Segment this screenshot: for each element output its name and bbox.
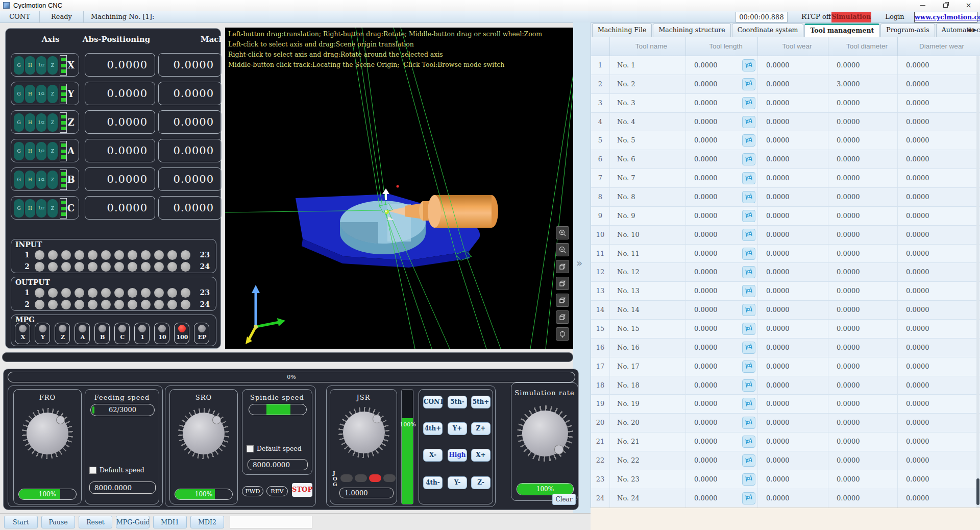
jog-step-input[interactable]: 1.0000 — [339, 488, 394, 498]
axis-mode-button-1/2[interactable]: 1/2 — [36, 199, 46, 218]
table-row[interactable]: 15No. 150.00000.00000.00000.0000 — [591, 320, 980, 339]
table-row[interactable]: 13No. 130.00000.00000.00000.0000 — [591, 282, 980, 301]
table-row[interactable]: 7No. 70.00000.00000.00000.0000 — [591, 169, 980, 188]
mpg-button-B[interactable]: B — [94, 323, 110, 344]
3d-scene-viewport[interactable]: Left-button drag:translation; Right-butt… — [225, 28, 573, 349]
jog-button-Z-[interactable]: Z- — [471, 476, 491, 489]
measure-tool-button[interactable] — [742, 248, 755, 260]
table-row[interactable]: 21No. 210.00000.00000.00000.0000 — [591, 432, 980, 451]
table-row[interactable]: 11No. 110.00000.00000.00000.0000 — [591, 245, 980, 263]
mpg-button-10[interactable]: 10 — [154, 323, 169, 344]
table-scrollbar-thumb[interactable] — [976, 478, 979, 505]
restore-button[interactable] — [934, 0, 957, 11]
jog-button-X-[interactable]: X- — [423, 449, 443, 462]
table-row[interactable]: 16No. 160.00000.00000.00000.0000 — [591, 339, 980, 357]
axis-mode-button-H[interactable]: H — [25, 142, 35, 160]
axis-mode-button-H[interactable]: H — [25, 113, 35, 132]
zoom-out-button[interactable] — [556, 243, 569, 256]
measure-tool-button[interactable] — [742, 342, 755, 354]
table-row[interactable]: 24No. 240.00000.00000.00000.0000 — [591, 489, 980, 508]
table-row[interactable]: 20No. 200.00000.00000.00000.0000 — [591, 414, 980, 432]
minimize-button[interactable] — [911, 0, 934, 11]
table-row[interactable]: 19No. 190.00000.00000.00000.0000 — [591, 395, 980, 414]
bottombar-button-MDI1[interactable]: MDI1 — [153, 516, 187, 528]
jog-button-5th-[interactable]: 5th- — [448, 396, 467, 408]
measure-tool-button[interactable] — [742, 97, 755, 109]
jog-button-4th-[interactable]: 4th- — [423, 476, 443, 489]
measure-tool-button[interactable] — [742, 116, 755, 128]
website-link[interactable]: www.cyclmotion.com — [914, 12, 977, 22]
axis-mode-button-Z[interactable]: Z — [47, 113, 58, 132]
jog-button-X+[interactable]: X+ — [471, 449, 491, 462]
spindle-rev-button[interactable]: REV — [266, 486, 288, 496]
jog-button-Z+[interactable]: Z+ — [471, 422, 491, 435]
jog-button-Y+[interactable]: Y+ — [448, 422, 467, 435]
tab-tool-management[interactable]: Tool management — [804, 23, 879, 37]
measure-tool-button[interactable] — [742, 398, 755, 410]
measure-tool-button[interactable] — [742, 323, 755, 335]
table-scrollbar[interactable] — [976, 56, 979, 508]
fro-dial[interactable] — [22, 408, 73, 459]
table-row[interactable]: 9No. 90.00000.00000.00000.0000 — [591, 207, 980, 226]
zoom-in-button[interactable] — [556, 226, 569, 239]
jsr-dial[interactable] — [338, 407, 389, 458]
table-row[interactable]: 8No. 80.00000.00000.00000.0000 — [591, 188, 980, 207]
simulation-mode-button[interactable]: Simulation — [831, 12, 871, 22]
tab-machining-structure[interactable]: Machining structure — [653, 23, 730, 37]
axis-mode-button-1/2[interactable]: 1/2 — [36, 171, 46, 189]
measure-tool-button[interactable] — [742, 266, 755, 278]
table-row[interactable]: 22No. 220.00000.00000.00000.0000 — [591, 451, 980, 470]
axis-mode-button-G[interactable]: G — [14, 85, 24, 103]
measure-tool-button[interactable] — [742, 492, 755, 504]
jog-button-4th+[interactable]: 4th+ — [423, 422, 443, 435]
axis-mode-button-G[interactable]: G — [14, 142, 24, 160]
jog-button-Y-[interactable]: Y- — [448, 476, 467, 489]
axis-mode-button-H[interactable]: H — [25, 85, 35, 103]
measure-tool-button[interactable] — [742, 436, 755, 448]
feed-default-speed-checkbox[interactable]: Default speed — [89, 466, 144, 474]
measure-tool-button[interactable] — [742, 153, 755, 165]
view-cube-solid-button[interactable] — [556, 294, 569, 307]
table-row[interactable]: 12No. 120.00000.00000.00000.0000 — [591, 263, 980, 282]
axis-mode-button-Z[interactable]: Z — [47, 199, 58, 218]
measure-tool-button[interactable] — [742, 229, 755, 241]
reset-rotate-button[interactable] — [556, 327, 569, 341]
tab-scroll-arrows[interactable]: ◀▶ — [967, 27, 978, 33]
spindle-default-speed-checkbox[interactable]: Default speed — [247, 445, 302, 452]
table-row[interactable]: 18No. 180.00000.00000.00000.0000 — [591, 376, 980, 395]
table-row[interactable]: 5No. 50.00000.00000.00000.0000 — [591, 131, 980, 150]
axis-mode-button-Z[interactable]: Z — [47, 85, 58, 103]
tab-coordinate-system[interactable]: Coordinate system — [732, 23, 804, 37]
rtcp-status[interactable]: RTCP off — [797, 11, 835, 23]
measure-tool-button[interactable] — [742, 210, 755, 222]
view-cube-front-button[interactable] — [556, 260, 569, 273]
axis-mode-button-1/2[interactable]: 1/2 — [36, 113, 46, 132]
jog-button-5th+[interactable]: 5th+ — [471, 396, 491, 408]
mpg-button-A[interactable]: A — [75, 323, 90, 344]
bottombar-button-MPG-Guide[interactable]: MPG-Guide — [116, 516, 150, 528]
axis-mode-button-H[interactable]: H — [25, 199, 35, 218]
sro-dial[interactable] — [178, 408, 229, 459]
mpg-button-C[interactable]: C — [114, 323, 130, 344]
measure-tool-button[interactable] — [742, 379, 755, 392]
spindle-stop-button[interactable]: STOP — [292, 483, 312, 497]
axis-mode-button-Z[interactable]: Z — [47, 142, 58, 160]
mpg-button-1[interactable]: 1 — [134, 323, 150, 344]
tab-machining-file[interactable]: Machining File — [592, 23, 652, 37]
axis-mode-button-Z[interactable]: Z — [47, 171, 58, 189]
bottombar-button-Pause[interactable]: Pause — [41, 516, 75, 528]
measure-tool-button[interactable] — [742, 78, 755, 90]
axis-mode-button-G[interactable]: G — [14, 113, 24, 132]
table-row[interactable]: 17No. 170.00000.00000.00000.0000 — [591, 357, 980, 376]
axis-mode-button-1/2[interactable]: 1/2 — [36, 85, 46, 103]
spindle-fwd-button[interactable]: FWD — [242, 486, 263, 496]
view-cube-left-button[interactable] — [556, 277, 569, 290]
measure-tool-button[interactable] — [742, 454, 755, 467]
axis-mode-button-1/2[interactable]: 1/2 — [36, 142, 46, 160]
bottombar-button-Start[interactable]: Start — [4, 516, 38, 528]
measure-tool-button[interactable] — [742, 134, 755, 147]
simulation-rate-dial[interactable] — [517, 405, 573, 462]
measure-tool-button[interactable] — [742, 417, 755, 429]
bottombar-button-MDI2[interactable]: MDI2 — [190, 516, 224, 528]
measure-tool-button[interactable] — [742, 172, 755, 184]
